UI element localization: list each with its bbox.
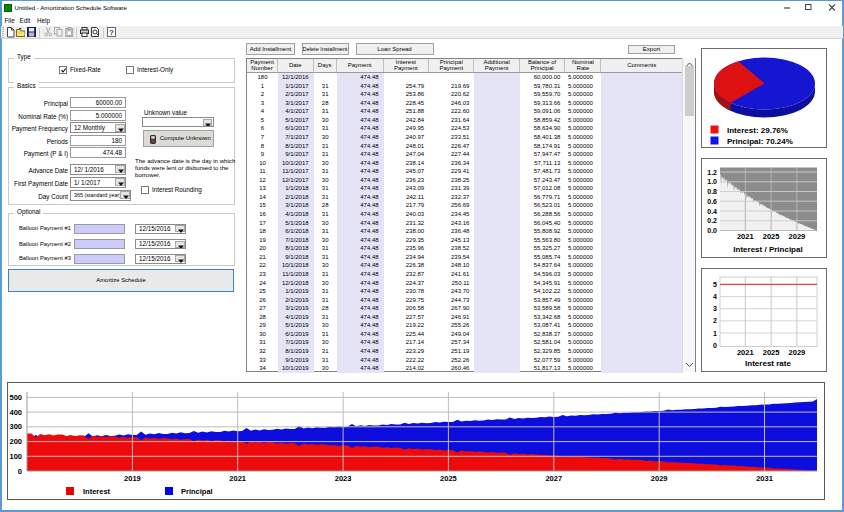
svg-text:2021: 2021 — [737, 348, 754, 357]
svg-text:2021: 2021 — [229, 474, 246, 483]
svg-text:0.2: 0.2 — [707, 217, 717, 224]
svg-text:2025: 2025 — [440, 474, 457, 483]
svg-text:0.6: 0.6 — [707, 198, 717, 205]
svg-text:2: 2 — [713, 317, 717, 324]
svg-text:2025: 2025 — [763, 232, 780, 241]
svg-text:0.0: 0.0 — [707, 227, 717, 234]
svg-text:2023: 2023 — [335, 474, 352, 483]
svg-text:4: 4 — [713, 293, 717, 300]
svg-text:0: 0 — [18, 467, 22, 476]
svg-text:Interest rate: Interest rate — [745, 359, 791, 368]
svg-text:?: ? — [109, 28, 114, 37]
svg-text:0.4: 0.4 — [707, 208, 717, 215]
svg-text:300: 300 — [9, 422, 22, 431]
svg-text:2029: 2029 — [651, 474, 668, 483]
svg-text:Principal: Principal — [181, 487, 213, 496]
svg-text:1.2: 1.2 — [707, 169, 717, 176]
svg-text:1: 1 — [713, 330, 717, 337]
svg-text:Interest: Interest — [83, 487, 111, 496]
svg-text:5: 5 — [713, 281, 717, 288]
svg-text:2027: 2027 — [545, 474, 562, 483]
svg-text:2025: 2025 — [763, 348, 780, 357]
svg-text:3: 3 — [713, 305, 717, 312]
svg-text:2021: 2021 — [737, 232, 754, 241]
svg-text:Principal: 70.24%: Principal: 70.24% — [727, 137, 793, 146]
svg-text:0.8: 0.8 — [707, 188, 717, 195]
svg-text:0: 0 — [713, 342, 717, 349]
svg-text:200: 200 — [9, 437, 22, 446]
svg-text:2029: 2029 — [789, 232, 806, 241]
svg-text:1.0: 1.0 — [707, 178, 717, 185]
svg-text:Interest / Principal: Interest / Principal — [733, 245, 802, 254]
svg-text:400: 400 — [9, 408, 22, 417]
svg-text:2029: 2029 — [789, 348, 806, 357]
svg-text:500: 500 — [9, 393, 22, 402]
svg-text:100: 100 — [9, 452, 22, 461]
svg-text:2019: 2019 — [124, 474, 141, 483]
svg-text:Interest: 29.76%: Interest: 29.76% — [727, 126, 788, 135]
svg-text:2031: 2031 — [756, 474, 773, 483]
